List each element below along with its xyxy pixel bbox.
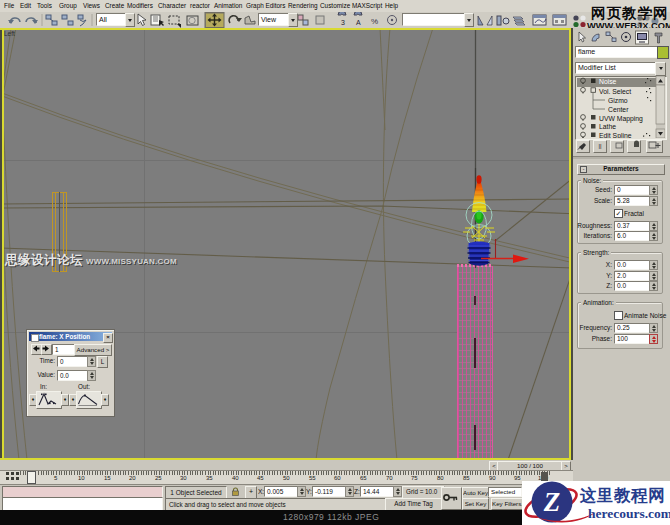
svg-text:Z: Z xyxy=(543,487,561,517)
svg-text:Edit Spline: Edit Spline xyxy=(599,132,632,139)
svg-text:Vol. Select: Vol. Select xyxy=(599,88,631,95)
svg-text:UVW Mapping: UVW Mapping xyxy=(599,115,643,123)
svg-text:3: 3 xyxy=(341,19,345,26)
svg-text:Gizmo: Gizmo xyxy=(608,97,628,104)
svg-text:%: % xyxy=(371,17,378,26)
svg-text:Lathe: Lathe xyxy=(599,123,616,130)
svg-text:Center: Center xyxy=(608,106,629,113)
svg-text:Noise: Noise xyxy=(599,78,617,85)
svg-text:A: A xyxy=(356,19,361,26)
